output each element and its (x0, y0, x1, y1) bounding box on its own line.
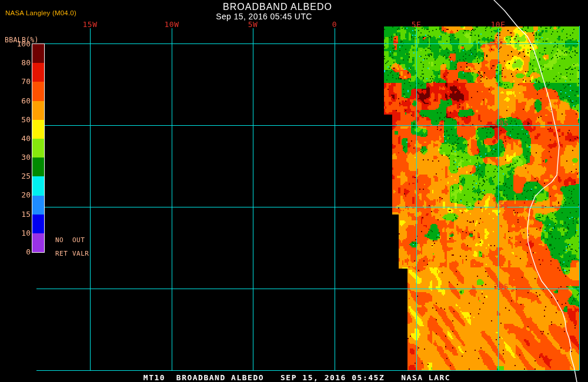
colorbar-segment-10 (32, 233, 44, 252)
legend-valr-label: VALR (72, 250, 89, 257)
colorbar-tick-50: 50 (5, 116, 31, 124)
colorbar-segment-3 (32, 101, 44, 120)
colorbar-tick-10: 10 (5, 229, 31, 237)
page-subtitle: Sep 15, 2016 05:45 UTC (216, 12, 312, 21)
colorbar-segment-5 (32, 139, 44, 158)
legend-out-label: OUT (72, 236, 85, 244)
colorbar-tick-80: 80 (5, 59, 31, 67)
colorbar-tick-40: 40 (5, 135, 31, 143)
colorbar-tick-70: 70 (5, 78, 31, 86)
colorbar (32, 44, 44, 252)
legend-ret-label: RET (55, 250, 68, 257)
status-bar-text: MT10 BROADBAND ALBEDO SEP 15, 2016 05:45… (143, 373, 450, 382)
colorbar-tick-0: 0 (5, 248, 31, 256)
colorbar-segment-4 (32, 120, 44, 139)
albedo-viewer: 15W10W5W05E10E5S10S15S20S NASA Langley (… (0, 0, 588, 382)
colorbar-tick-25: 25 (5, 172, 31, 180)
colorbar-segment-6 (32, 158, 44, 176)
colorbar-tick-30: 30 (5, 153, 31, 162)
colorbar-tick-60: 60 (5, 97, 31, 105)
provider-label: NASA Langley (M04.0) (5, 9, 76, 16)
colorbar-segment-7 (32, 176, 44, 195)
colorbar-segment-2 (32, 82, 44, 100)
colorbar-tick-20: 20 (5, 191, 31, 199)
legend-no-label: NO (55, 236, 64, 244)
colorbar-segment-8 (32, 196, 44, 215)
colorbar-tick-15: 15 (5, 210, 31, 219)
albedo-map-canvas (0, 0, 588, 382)
colorbar-tick-100: 100 (5, 40, 31, 48)
colorbar-segment-0 (32, 44, 44, 63)
colorbar-segment-1 (32, 63, 44, 82)
colorbar-segment-9 (32, 215, 44, 233)
page-title: BROADBAND ALBEDO (223, 2, 332, 12)
